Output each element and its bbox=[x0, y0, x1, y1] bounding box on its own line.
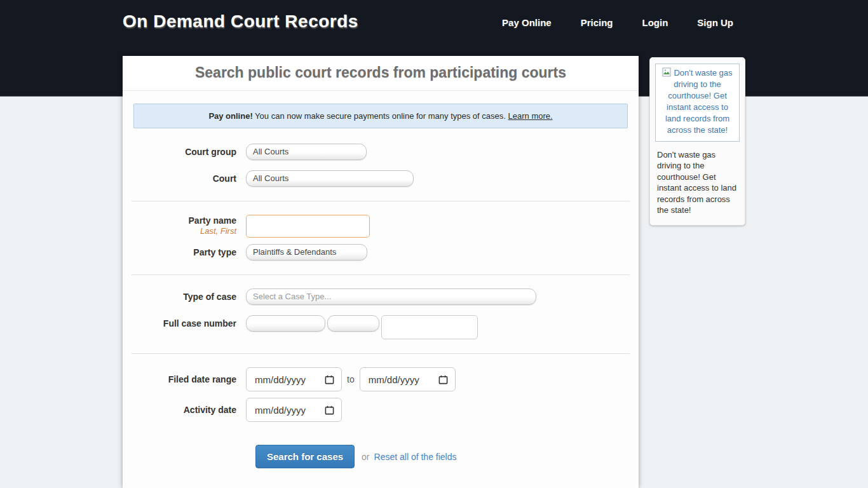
party-type-label: Party type bbox=[133, 244, 246, 261]
court-row: Court All Courts bbox=[133, 170, 628, 187]
ad-caption: Don't waste gas driving to the courthous… bbox=[655, 149, 740, 216]
site-logo[interactable]: On Demand Court Records bbox=[123, 11, 358, 32]
search-for-cases-button[interactable]: Search for cases bbox=[255, 445, 355, 468]
reset-fields-link[interactable]: Reset all of the fields bbox=[374, 452, 457, 462]
activity-date-label: Activity date bbox=[133, 398, 246, 422]
ad-alt-text: Don't waste gas driving to the courthous… bbox=[665, 68, 733, 135]
activity-date-row: Activity date mm/dd/yyyy bbox=[133, 398, 628, 422]
date-range-separator: to bbox=[347, 367, 355, 391]
notice-bold-text: Pay online! bbox=[208, 111, 252, 121]
filed-date-row: Filed date range mm/dd/yyyy to mm/dd/yyy… bbox=[133, 367, 628, 391]
activity-date-placeholder: mm/dd/yyyy bbox=[255, 405, 306, 416]
party-name-label: Party name bbox=[133, 215, 236, 226]
case-number-label: Full case number bbox=[133, 315, 246, 332]
form-actions: Search for cases or Reset all of the fie… bbox=[255, 445, 628, 468]
party-type-row: Party type Plaintiffs & Defendants bbox=[133, 244, 628, 261]
broken-image-icon bbox=[662, 67, 672, 78]
search-card-header: Search public court records from partici… bbox=[123, 56, 639, 91]
filed-date-end-input[interactable]: mm/dd/yyyy bbox=[360, 367, 456, 391]
case-number-part1-select[interactable] bbox=[246, 315, 325, 332]
case-number-part3-input[interactable] bbox=[381, 315, 478, 339]
case-number-row: Full case number bbox=[133, 315, 628, 339]
case-type-label: Type of case bbox=[133, 288, 246, 305]
filed-date-end-placeholder: mm/dd/yyyy bbox=[369, 374, 419, 385]
court-select[interactable]: All Courts bbox=[246, 170, 414, 187]
court-group-label: Court group bbox=[133, 144, 246, 160]
notice-text: You can now make secure payments online … bbox=[253, 111, 508, 121]
court-group-row: Court group All Courts bbox=[133, 144, 628, 160]
pay-online-notice: Pay online! You can now make secure paym… bbox=[133, 104, 628, 128]
case-number-part2-select[interactable] bbox=[327, 315, 379, 332]
section-divider bbox=[132, 274, 630, 275]
case-type-row: Type of case Select a Case Type... bbox=[133, 288, 628, 305]
court-group-select[interactable]: All Courts bbox=[246, 144, 367, 160]
calendar-icon[interactable] bbox=[325, 375, 334, 384]
search-form: Pay online! You can now make secure paym… bbox=[123, 91, 639, 468]
section-divider bbox=[132, 353, 630, 354]
page-title: Search public court records from partici… bbox=[129, 64, 632, 81]
nav-pricing[interactable]: Pricing bbox=[581, 17, 613, 28]
land-records-ad: Don't waste gas driving to the courthous… bbox=[649, 57, 745, 226]
party-type-select[interactable]: Plaintiffs & Defendants bbox=[246, 244, 367, 261]
filed-date-label: Filed date range bbox=[133, 367, 246, 391]
filed-date-start-input[interactable]: mm/dd/yyyy bbox=[246, 367, 342, 391]
or-text: or bbox=[362, 452, 369, 462]
party-name-label-block: Party name Last, First bbox=[133, 215, 246, 236]
calendar-icon[interactable] bbox=[438, 375, 448, 384]
party-name-row: Party name Last, First bbox=[133, 215, 628, 238]
top-navigation: Pay Online Pricing Login Sign Up bbox=[502, 17, 733, 28]
learn-more-link[interactable]: Learn more. bbox=[508, 111, 553, 121]
nav-pay-online[interactable]: Pay Online bbox=[502, 17, 552, 28]
search-card: Search public court records from partici… bbox=[123, 56, 639, 488]
filed-date-start-placeholder: mm/dd/yyyy bbox=[255, 374, 306, 385]
party-name-input[interactable] bbox=[246, 215, 370, 238]
activity-date-input[interactable]: mm/dd/yyyy bbox=[246, 398, 342, 422]
court-label: Court bbox=[133, 170, 246, 187]
nav-sign-up[interactable]: Sign Up bbox=[697, 17, 733, 28]
case-type-select[interactable]: Select a Case Type... bbox=[246, 288, 536, 305]
party-name-hint: Last, First bbox=[133, 226, 236, 236]
ad-broken-image[interactable]: Don't waste gas driving to the courthous… bbox=[655, 64, 740, 142]
nav-login[interactable]: Login bbox=[642, 17, 668, 28]
section-divider bbox=[132, 201, 630, 201]
calendar-icon[interactable] bbox=[325, 405, 334, 415]
